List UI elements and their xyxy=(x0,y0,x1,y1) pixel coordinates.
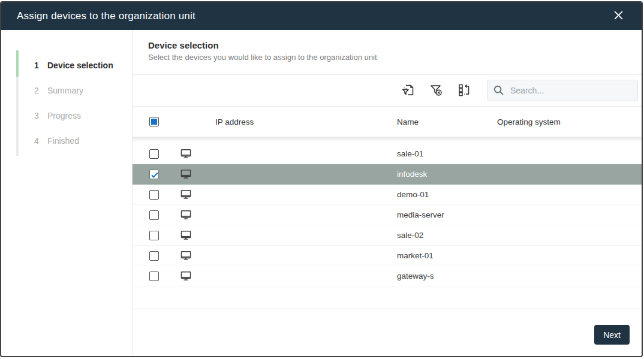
step-heading: Device selection xyxy=(148,40,642,50)
table-row[interactable]: market-01 xyxy=(133,246,642,266)
step-number: 2 xyxy=(34,86,41,95)
device-monitor-icon xyxy=(180,251,215,261)
wizard-sidebar: 1 Device selection 2 Summary 3 Progress … xyxy=(1,30,133,356)
cell-name: sale-01 xyxy=(397,149,497,158)
device-monitor-icon xyxy=(180,210,215,220)
step-number: 1 xyxy=(34,61,41,70)
filter-clear-icon xyxy=(429,83,443,99)
wizard-footer: Next xyxy=(133,309,642,356)
table-header-row: IP address Name Operating system xyxy=(133,107,642,137)
cell-name: demo-01 xyxy=(397,190,497,199)
assign-devices-dialog: Assign devices to the organization unit … xyxy=(0,1,643,357)
dialog-title: Assign devices to the organization unit xyxy=(17,10,195,22)
wizard-steps: 1 Device selection 2 Summary 3 Progress … xyxy=(34,53,127,153)
column-header-name[interactable]: Name xyxy=(397,117,497,126)
row-checkbox[interactable] xyxy=(149,271,159,281)
device-monitor-icon xyxy=(180,230,215,240)
table-row[interactable]: sale-01 xyxy=(133,144,642,164)
cell-name: sale-02 xyxy=(397,231,497,240)
selection-return-button[interactable] xyxy=(455,81,474,100)
step-number: 4 xyxy=(34,136,41,146)
filter-page-icon xyxy=(401,83,415,99)
row-checkbox[interactable] xyxy=(149,231,159,240)
table-row[interactable]: sale-02 xyxy=(133,225,642,246)
step-label: Device selection xyxy=(47,61,113,70)
wizard-progress-rail-active xyxy=(16,50,19,77)
row-checkbox[interactable] xyxy=(149,210,159,220)
column-header-operating-system[interactable]: Operating system xyxy=(497,117,642,126)
column-header-ip-address[interactable]: IP address xyxy=(215,117,397,126)
row-checkbox[interactable] xyxy=(149,251,159,261)
close-icon xyxy=(613,10,624,22)
next-button[interactable]: Next xyxy=(594,325,630,345)
row-checkbox[interactable] xyxy=(149,170,159,179)
wizard-step-summary[interactable]: 2 Summary xyxy=(34,78,127,103)
table-row[interactable]: demo-01 xyxy=(133,185,642,205)
device-monitor-icon xyxy=(180,189,215,200)
wizard-step-device-selection[interactable]: 1 Device selection xyxy=(34,53,127,78)
cell-name: market-01 xyxy=(397,251,497,260)
selection-return-icon xyxy=(457,83,471,99)
device-table-body: sale-01 infodesk xyxy=(133,137,642,309)
filter-clear-button[interactable] xyxy=(426,81,446,100)
wizard-step-progress[interactable]: 3 Progress xyxy=(34,103,127,128)
wizard-progress-rail xyxy=(16,50,19,156)
dialog-titlebar: Assign devices to the organization unit xyxy=(1,2,642,30)
wizard-step-finished[interactable]: 4 Finished xyxy=(34,128,127,153)
device-monitor-icon xyxy=(180,271,215,281)
table-row[interactable]: infodesk xyxy=(133,164,642,185)
search-input[interactable] xyxy=(487,80,638,101)
row-checkbox[interactable] xyxy=(149,149,159,159)
filter-page-button[interactable] xyxy=(398,81,417,100)
cell-name: infodesk xyxy=(397,170,497,179)
step-number: 3 xyxy=(34,111,41,120)
device-monitor-icon xyxy=(180,169,215,179)
table-row[interactable]: media-server xyxy=(133,205,642,225)
device-monitor-icon xyxy=(180,149,215,159)
table-row[interactable]: gateway-s xyxy=(133,266,642,286)
step-label: Progress xyxy=(47,111,81,120)
cell-name: gateway-s xyxy=(397,271,497,280)
select-all-checkbox[interactable] xyxy=(149,117,159,126)
row-checkbox[interactable] xyxy=(149,190,159,200)
cell-name: media-server xyxy=(397,210,497,219)
step-label: Summary xyxy=(47,86,83,95)
table-toolbar xyxy=(133,75,642,107)
close-button[interactable] xyxy=(610,8,626,24)
search-box xyxy=(487,80,638,101)
step-header: Device selection Select the devices you … xyxy=(133,30,642,75)
main-panel: Device selection Select the devices you … xyxy=(133,30,642,356)
step-subheading: Select the devices you would like to ass… xyxy=(148,53,642,62)
step-label: Finished xyxy=(47,136,79,146)
